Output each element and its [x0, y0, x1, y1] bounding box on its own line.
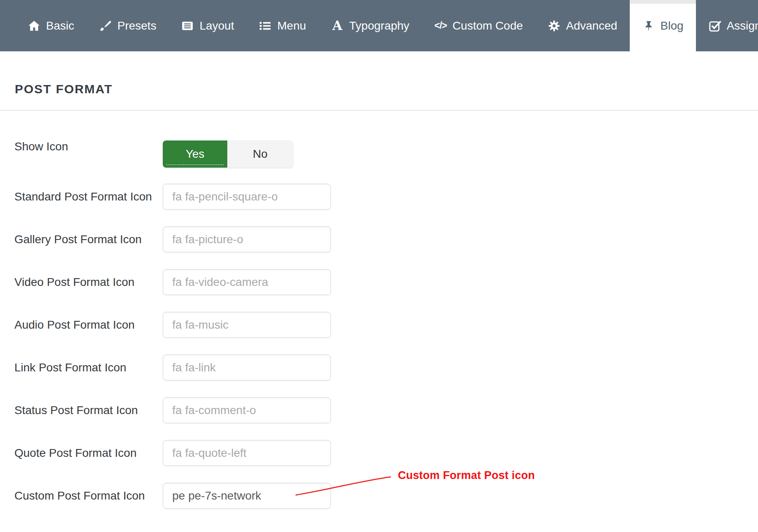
section-header: POST FORMAT [0, 51, 758, 111]
tab-basic[interactable]: Basic [15, 0, 86, 51]
video-post-format-icon-label: Video Post Format Icon [14, 276, 163, 289]
row-audio-post-format-icon: Audio Post Format Icon [14, 312, 758, 338]
gallery-post-format-icon-input[interactable] [163, 226, 331, 252]
tab-menu-label: Menu [277, 19, 306, 32]
tab-custom-code-label: Custom Code [453, 19, 523, 32]
post-format-form: Show Icon Yes No Standard Post Format Ic… [0, 111, 758, 509]
tab-custom-code[interactable]: </> Custom Code [422, 0, 535, 51]
link-post-format-icon-input[interactable] [163, 355, 331, 380]
quote-post-format-icon-label: Quote Post Format Icon [14, 447, 163, 460]
link-post-format-icon-label: Link Post Format Icon [14, 361, 163, 374]
tab-typography-label: Typography [349, 19, 409, 32]
tab-blog-label: Blog [661, 19, 684, 32]
tab-presets[interactable]: Presets [86, 0, 169, 51]
paint-brush-icon [99, 19, 112, 33]
list-icon [259, 19, 272, 33]
home-icon [28, 19, 41, 33]
settings-tab-bar: Basic Presets Layout Menu A Typography <… [0, 0, 758, 51]
row-status-post-format-icon: Status Post Format Icon [14, 397, 758, 423]
show-icon-no-button[interactable]: No [227, 140, 293, 168]
show-icon-yes-button[interactable]: Yes [163, 140, 227, 168]
tab-layout[interactable]: Layout [169, 0, 246, 51]
tab-advanced[interactable]: Advanced [535, 0, 630, 51]
row-standard-post-format-icon: Standard Post Format Icon [14, 184, 758, 210]
custom-post-format-icon-label: Custom Post Format Icon [14, 489, 163, 502]
tab-blog[interactable]: Blog [630, 0, 696, 51]
annotation-arrow-line [293, 473, 395, 499]
tab-layout-label: Layout [199, 19, 234, 32]
tab-presets-label: Presets [117, 19, 156, 32]
code-icon: </> [434, 19, 447, 33]
row-video-post-format-icon: Video Post Format Icon [14, 269, 758, 295]
standard-post-format-icon-label: Standard Post Format Icon [14, 190, 163, 203]
show-icon-toggle: Yes No [163, 140, 293, 168]
status-post-format-icon-input[interactable] [163, 397, 331, 423]
thumbtack-icon [642, 19, 655, 33]
tab-typography[interactable]: A Typography [319, 0, 422, 51]
font-icon: A [331, 19, 344, 33]
check-square-icon [708, 19, 721, 33]
row-show-icon: Show Icon Yes No [14, 140, 758, 168]
row-quote-post-format-icon: Quote Post Format Icon [14, 440, 758, 466]
audio-post-format-icon-input[interactable] [163, 312, 331, 338]
tab-assignment-label: Assignment [727, 19, 758, 32]
tab-advanced-label: Advanced [566, 19, 617, 32]
show-icon-label: Show Icon [14, 140, 163, 153]
tab-basic-label: Basic [46, 19, 74, 32]
status-post-format-icon-label: Status Post Format Icon [14, 404, 163, 417]
gallery-post-format-icon-label: Gallery Post Format Icon [14, 233, 163, 246]
standard-post-format-icon-input[interactable] [163, 184, 331, 210]
list-alt-icon [181, 19, 194, 33]
audio-post-format-icon-label: Audio Post Format Icon [14, 318, 163, 332]
quote-post-format-icon-input[interactable] [163, 440, 331, 466]
tab-assignment[interactable]: Assignment [696, 0, 758, 51]
tab-menu[interactable]: Menu [246, 0, 318, 51]
gear-icon [548, 19, 561, 33]
video-post-format-icon-input[interactable] [163, 269, 331, 295]
page-title: POST FORMAT [15, 82, 758, 96]
annotation-text: Custom Format Post icon [398, 469, 535, 482]
row-link-post-format-icon: Link Post Format Icon [14, 355, 758, 380]
row-gallery-post-format-icon: Gallery Post Format Icon [14, 226, 758, 252]
